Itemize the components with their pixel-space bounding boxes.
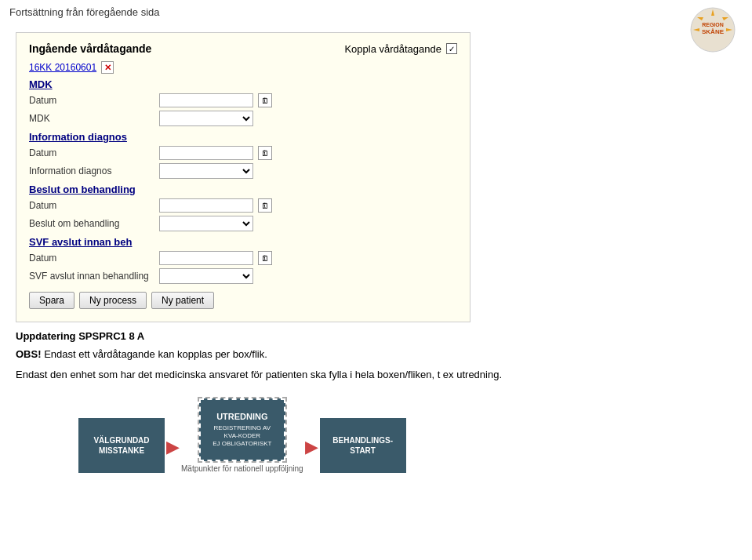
svf-datum-calendar[interactable]: 🗓 <box>258 251 272 265</box>
mdk-datum-calendar[interactable]: 🗓 <box>258 93 272 107</box>
record-row: 16KK 20160601 ✕ <box>29 61 457 74</box>
svf-select[interactable] <box>159 268 253 284</box>
obs-prefix: OBS! <box>16 348 42 360</box>
info-diagnos-datum-label: Datum <box>29 147 154 158</box>
flow-box-behandling: BEHANDLINGS-START <box>320 418 406 473</box>
koppla-checkbox[interactable]: ✓ <box>446 43 457 54</box>
flow-diagram: VÄLGRUNDADMISSTANKE ▶ UTREDNING REGISTRE… <box>78 398 736 473</box>
mdk-datum-label: Datum <box>29 95 154 106</box>
mdk-select[interactable] <box>159 111 253 126</box>
form-title: Ingående vårdåtagande <box>29 42 151 55</box>
form-header: Ingående vårdåtagande Koppla vårdåtagand… <box>29 42 457 55</box>
flow-step-3: BEHANDLINGS-START <box>320 418 406 473</box>
flow-step-2: UTREDNING REGISTRERING AVKVA-KODEREJ OBL… <box>181 398 303 473</box>
obs-text: OBS! Endast ett vårdåtagande kan kopplas… <box>16 347 736 362</box>
button-row: Spara Ny process Ny patient <box>29 292 457 309</box>
section-mdk-label[interactable]: MDK <box>29 78 457 90</box>
flow-step-1: VÄLGRUNDADMISSTANKE <box>78 418 165 473</box>
info-diagnos-select[interactable] <box>159 163 253 179</box>
form-container: Ingående vårdåtagande Koppla vårdåtagand… <box>16 32 470 322</box>
svf-datum-input[interactable] <box>159 251 253 265</box>
update-label: Uppdatering SPSPRC1 8 A <box>16 330 144 342</box>
svf-select-label: SVF avslut innan behandling <box>29 271 154 282</box>
save-button[interactable]: Spara <box>29 292 74 309</box>
info-diagnos-datum-input[interactable] <box>159 146 253 160</box>
info-diagnos-datum-calendar[interactable]: 🗓 <box>258 146 272 160</box>
mdk-select-row: MDK <box>29 111 457 126</box>
info-text: Endast den enhet som har det medicinska … <box>16 367 736 384</box>
new-process-button[interactable]: Ny process <box>79 292 147 309</box>
flow-arrow-1: ▶ <box>166 437 180 473</box>
info-diagnos-select-label: Information diagnos <box>29 165 154 176</box>
update-section: Uppdatering SPSPRC1 8 A <box>16 330 736 342</box>
section-beslut-label[interactable]: Beslut om behandling <box>29 184 457 195</box>
svf-select-row: SVF avslut innan behandling <box>29 268 457 284</box>
section-svf-label[interactable]: SVF avslut innan beh <box>29 236 457 248</box>
flow-bottom-label: Mätpunkter för nationell uppföljning <box>181 464 303 473</box>
flow-box-valgrundad: VÄLGRUNDADMISSTANKE <box>78 418 165 473</box>
beslut-datum-calendar[interactable]: 🗓 <box>258 198 272 213</box>
svf-datum-row: Datum 🗓 <box>29 251 457 265</box>
mdk-datum-row: Datum 🗓 <box>29 93 457 107</box>
section-info-diagnos-label[interactable]: Information diagnos <box>29 131 457 143</box>
beslut-select-row: Beslut om behandling <box>29 216 457 231</box>
beslut-select-label: Beslut om behandling <box>29 218 154 229</box>
flow-arrow-2: ▶ <box>305 437 318 473</box>
beslut-datum-label: Datum <box>29 200 154 211</box>
new-patient-button[interactable]: Ny patient <box>151 292 214 309</box>
record-id[interactable]: 16KK 20160601 <box>29 62 96 73</box>
mdk-datum-input[interactable] <box>159 93 253 107</box>
info-diagnos-select-row: Information diagnos <box>29 163 457 179</box>
page-header: Fortsättning från föregående sida <box>0 0 752 24</box>
main-content: Ingående vårdåtagande Koppla vårdåtagand… <box>0 24 752 481</box>
beslut-datum-row: Datum 🗓 <box>29 198 457 213</box>
beslut-datum-input[interactable] <box>159 198 253 213</box>
flow-box-utredning: UTREDNING REGISTRERING AVKVA-KODEREJ OBL… <box>199 398 285 461</box>
flow-label-2-sub: REGISTRERING AVKVA-KODEREJ OBLIGATORISKT <box>213 424 271 449</box>
koppla-label: Koppla vårdåtagande <box>344 43 441 55</box>
flow-label-2-main: UTREDNING <box>213 412 271 421</box>
info-diagnos-datum-row: Datum 🗓 <box>29 146 457 160</box>
flow-label-3: BEHANDLINGS-START <box>332 435 393 456</box>
beslut-select[interactable] <box>159 216 253 231</box>
svf-datum-label: Datum <box>29 253 154 264</box>
mdk-select-label: MDK <box>29 113 154 124</box>
obs-body: Endast ett vårdåtagande kan kopplas per … <box>44 348 267 360</box>
delete-record-button[interactable]: ✕ <box>101 61 114 74</box>
page-title: Fortsättning från föregående sida <box>9 6 160 18</box>
koppla-area: Koppla vårdåtagande ✓ <box>344 43 457 55</box>
flow-label-1: VÄLGRUNDADMISSTANKE <box>93 435 149 456</box>
